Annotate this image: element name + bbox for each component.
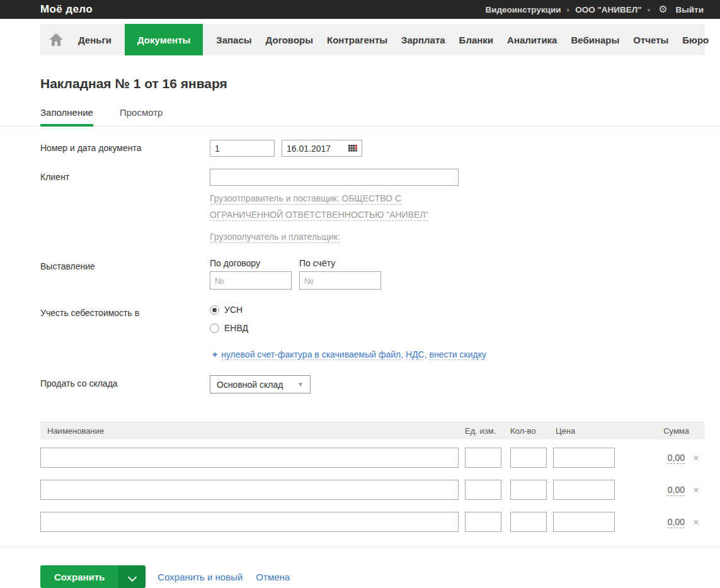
video-instructions-menu[interactable]: Видеоинструкции: [485, 5, 561, 14]
cost-accounting-label: Учесть себестоимость в: [40, 305, 210, 318]
client-label: Клиент: [40, 169, 210, 182]
nav-item-reports[interactable]: Отчеты: [626, 24, 675, 55]
cancel-link[interactable]: Отмена: [256, 572, 290, 582]
tab-fill[interactable]: Заполнение: [40, 107, 93, 126]
cost-accounting-row: Учесть себестоимость в УСН ЕНВД: [40, 305, 720, 341]
item-qty-input[interactable]: [510, 480, 547, 500]
col-header-qty: Кол-во: [510, 426, 553, 436]
client-row: Клиент Грузоотправитель и поставщик: ОБЩ…: [40, 169, 720, 245]
by-contract-input[interactable]: [210, 271, 292, 290]
warehouse-select-value: Основной склад: [217, 380, 283, 390]
consignee-payer-link[interactable]: Грузополучатель и плательщик:: [210, 229, 340, 245]
nav-item-analytics[interactable]: Аналитика: [500, 24, 564, 55]
invoice-form: Номер и дата документа Клиент Грузоотпра…: [0, 140, 720, 547]
topbar-right: Видеоинструкции ▾ ООО "АНИВЕЛ" ▾ ⚙ Выйти: [485, 4, 704, 14]
item-sum-value[interactable]: 0,00: [668, 485, 685, 495]
nav-item-contracts[interactable]: Договоры: [259, 24, 320, 55]
col-header-sum: Сумма: [621, 426, 705, 436]
main-nav: Деньги Документы Запасы Договоры Контраг…: [40, 24, 705, 55]
tab-preview[interactable]: Просмотр: [120, 107, 163, 126]
by-invoice-input[interactable]: [299, 271, 381, 290]
chevron-down-icon: ▾: [567, 6, 570, 13]
logout-link[interactable]: Выйти: [676, 5, 704, 14]
save-button[interactable]: Сохранить: [40, 565, 118, 588]
radio-usn-label: УСН: [224, 305, 243, 315]
plus-icon: +: [212, 349, 217, 359]
nav-item-documents[interactable]: Документы: [125, 24, 203, 55]
zero-invoice-link[interactable]: нулевой счет-фактура в скачиваемый файл: [221, 349, 401, 359]
item-sum-value[interactable]: 0,00: [668, 517, 685, 527]
nav-home-link[interactable]: [40, 24, 71, 55]
radio-envd[interactable]: ЕНВД: [210, 323, 248, 333]
gear-icon[interactable]: ⚙: [658, 4, 667, 14]
radio-envd-label: ЕНВД: [224, 323, 248, 333]
item-price-input[interactable]: [553, 448, 615, 468]
item-unit-input[interactable]: [465, 448, 501, 468]
company-menu[interactable]: ООО "АНИВЕЛ": [575, 5, 641, 14]
save-split-button: Сохранить: [40, 565, 146, 588]
radio-usn[interactable]: УСН: [210, 305, 248, 315]
nav-item-counterparties[interactable]: Контрагенты: [320, 24, 394, 55]
item-name-input[interactable]: [40, 448, 459, 468]
document-number-input[interactable]: [210, 140, 275, 157]
radio-button-icon: [210, 324, 219, 333]
save-options-button[interactable]: [118, 565, 146, 588]
nav-item-stock[interactable]: Запасы: [209, 24, 258, 55]
nav-item-webinars[interactable]: Вебинары: [564, 24, 626, 55]
nav-item-forms[interactable]: Бланки: [452, 24, 500, 55]
delete-row-icon[interactable]: ×: [693, 517, 699, 528]
link-separator: ,: [401, 349, 406, 359]
by-contract-field: По договору: [210, 258, 292, 290]
nav-item-salary[interactable]: Зарплата: [394, 24, 452, 55]
shipper-supplier-link[interactable]: Грузоотправитель и поставщик: ОБЩЕСТВО С…: [210, 193, 429, 220]
chevron-down-icon: ▼: [297, 381, 304, 388]
by-invoice-label: По счёту: [299, 258, 381, 268]
delete-row-icon[interactable]: ×: [693, 453, 699, 463]
item-qty-input[interactable]: [510, 512, 547, 532]
by-contract-label: По договору: [210, 258, 292, 268]
warehouse-label: Продать со склада: [40, 375, 210, 388]
nav-item-money[interactable]: Деньги: [71, 24, 118, 55]
cost-radios: УСН ЕНВД: [210, 305, 248, 341]
issue-row: Выставление По договору По счёту: [40, 258, 720, 290]
item-name-input[interactable]: [40, 480, 459, 500]
home-icon: [49, 33, 64, 47]
table-row: 0,00 ×: [40, 504, 705, 536]
warehouse-select[interactable]: Основной склад ▼: [210, 375, 311, 393]
number-date-label: Номер и дата документа: [40, 140, 210, 153]
discount-link[interactable]: внести скидку: [430, 349, 486, 359]
chevron-down-icon: [129, 574, 135, 580]
client-links: Грузоотправитель и поставщик: ОБЩЕСТВО С…: [210, 190, 464, 245]
extra-options-row: +нулевой счет-фактура в скачиваемый файл…: [40, 349, 720, 359]
tabs: Заполнение Просмотр: [0, 107, 720, 127]
col-header-price: Цена: [553, 426, 621, 436]
item-unit-input[interactable]: [465, 480, 501, 500]
delete-row-icon[interactable]: ×: [693, 485, 699, 495]
warehouse-row: Продать со склада Основной склад ▼: [40, 375, 720, 393]
nav-item-bureau[interactable]: Бюро: [675, 24, 716, 55]
item-qty-input[interactable]: [510, 448, 547, 468]
table-row: 0,00 ×: [40, 472, 705, 504]
topbar: Моё дело Видеоинструкции ▾ ООО "АНИВЕЛ" …: [0, 0, 720, 19]
form-footer: Сохранить Сохранить и новый Отмена: [40, 565, 720, 588]
item-unit-input[interactable]: [465, 512, 501, 532]
vat-link[interactable]: НДС: [406, 349, 425, 359]
item-price-input[interactable]: [553, 512, 615, 532]
brand-logo[interactable]: Моё дело: [40, 3, 93, 16]
table-row: 0,00 ×: [40, 439, 705, 472]
col-header-unit: Ед. изм.: [465, 426, 510, 436]
save-and-new-link[interactable]: Сохранить и новый: [157, 572, 243, 582]
divider: [0, 546, 720, 547]
items-table-header: Наименование Ед. изм. Кол-во Цена Сумма: [40, 422, 705, 439]
item-sum-value[interactable]: 0,00: [668, 453, 685, 463]
client-field: Грузоотправитель и поставщик: ОБЩЕСТВО С…: [210, 169, 464, 245]
page-title: Накладная № 1 от 16 января: [40, 76, 720, 91]
chevron-down-icon: ▾: [648, 6, 651, 13]
item-price-input[interactable]: [553, 480, 615, 500]
calendar-icon[interactable]: [348, 145, 357, 152]
items-table: Наименование Ед. изм. Кол-во Цена Сумма …: [40, 422, 705, 536]
issue-fields: По договору По счёту: [210, 258, 381, 290]
by-invoice-field: По счёту: [299, 258, 381, 290]
item-name-input[interactable]: [40, 512, 459, 532]
client-input[interactable]: [210, 169, 459, 186]
